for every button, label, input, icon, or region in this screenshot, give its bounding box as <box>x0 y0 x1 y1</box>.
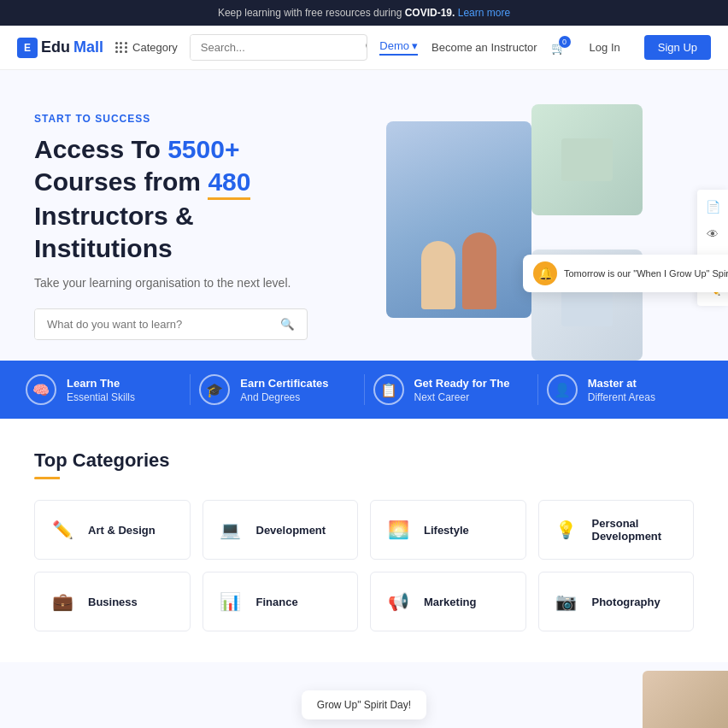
hero-number1: 5500+ <box>167 135 239 163</box>
feature-title-3: Master at <box>588 377 655 390</box>
feature-subtitle-0: Essential Skills <box>67 391 135 403</box>
feature-icon-3: 👤 <box>547 374 578 405</box>
logo-icon: E <box>17 38 38 58</box>
categories-grid: ✏️ Art & Design 💻 Development 🌅 Lifestyl… <box>34 500 694 631</box>
hero-title-p1: Access To <box>34 135 167 163</box>
category-card-6[interactable]: 📢 Marketing <box>370 572 526 631</box>
category-name-2: Lifestyle <box>424 524 469 537</box>
hero-tag: START TO SUCCESS <box>34 113 338 125</box>
feature-text-1: Earn Certificates And Degrees <box>240 377 328 403</box>
category-name-4: Business <box>88 596 138 608</box>
hero-title-p3: Instructors & <box>34 202 194 230</box>
top-banner: Keep learning with free resources during… <box>0 0 728 26</box>
banner-text: Keep learning with free resources during <box>218 7 405 19</box>
category-card-4[interactable]: 💼 Business <box>34 572 191 631</box>
header-search-bar: 🔍 <box>190 34 368 61</box>
feature-bar: 🧠 Learn The Essential Skills 🎓 Earn Cert… <box>0 361 728 419</box>
feature-item-0: 🧠 Learn The Essential Skills <box>26 374 191 405</box>
feature-title-1: Earn Certificates <box>240 377 328 390</box>
header-search-input[interactable] <box>191 35 355 60</box>
category-name-5: Finance <box>256 596 298 608</box>
feature-item-2: 📋 Get Ready for The Next Career <box>373 374 538 405</box>
signup-button[interactable]: Sign Up <box>644 35 711 60</box>
hero-right: 🔔 Tomorrow is our "When I Grow Up" Spiri… <box>338 104 694 361</box>
notification-bubble: 🔔 Tomorrow is our "When I Grow Up" Spiri… <box>523 255 728 292</box>
header: E EduMall Category 🔍 Demo ▾ Become an In… <box>0 26 728 70</box>
hero-search-button[interactable]: 🔍 <box>268 309 307 339</box>
hero-search-input[interactable] <box>35 309 268 339</box>
category-name-3: Personal Development <box>592 517 682 543</box>
category-card-2[interactable]: 🌅 Lifestyle <box>370 500 526 560</box>
section-underline <box>34 477 77 479</box>
nav-items: Demo ▾ Become an Instructor 🛒 0 Log In S… <box>379 35 711 60</box>
categories-section: Top Categories ✏️ Art & Design 💻 Develop… <box>0 419 728 662</box>
hero-title-p2: Courses from <box>34 167 208 196</box>
feature-item-1: 🎓 Earn Certificates And Degrees <box>199 374 364 405</box>
notification-icon: 🔔 <box>533 261 557 285</box>
demo-chevron: ▾ <box>412 39 418 52</box>
category-icon-2: 🌅 <box>383 514 414 545</box>
demo-nav[interactable]: Demo ▾ <box>379 39 418 56</box>
feature-item-3: 👤 Master at Different Areas <box>547 374 702 405</box>
cart-badge: 0 <box>559 36 571 48</box>
category-name-7: Photography <box>592 596 660 608</box>
category-icon-6: 📢 <box>383 586 414 617</box>
hero-top-right-image <box>531 104 643 215</box>
category-card-1[interactable]: 💻 Development <box>203 500 359 560</box>
feature-subtitle-1: And Degrees <box>240 391 300 403</box>
logo-mall: Mall <box>73 38 103 56</box>
category-card-3[interactable]: 💡 Personal Development <box>538 500 695 560</box>
category-label: Category <box>132 41 178 54</box>
hero-main-image <box>386 121 531 318</box>
category-name-1: Development <box>256 524 326 537</box>
category-card-7[interactable]: 📷 Photography <box>538 572 695 631</box>
banner-link[interactable]: Learn more <box>458 7 510 19</box>
feature-title-2: Get Ready for The <box>414 377 510 390</box>
feature-icon-2: 📋 <box>373 374 404 405</box>
category-icon-7: 📷 <box>551 586 582 617</box>
bottom-image <box>643 671 728 728</box>
demo-label: Demo <box>379 39 409 52</box>
category-card-0[interactable]: ✏️ Art & Design <box>34 500 191 560</box>
feature-subtitle-2: Next Career <box>414 391 470 403</box>
category-icon-0: ✏️ <box>47 514 78 545</box>
category-name-0: Art & Design <box>88 524 156 537</box>
banner-highlight: COVID-19. <box>405 7 455 19</box>
sidebar-icon-eye[interactable]: 👁 <box>702 224 723 244</box>
feature-text-2: Get Ready for The Next Career <box>414 377 510 403</box>
feature-text-0: Learn The Essential Skills <box>67 377 135 403</box>
login-button[interactable]: Log In <box>579 36 631 59</box>
category-icon-3: 💡 <box>551 514 582 545</box>
hero-left: START TO SUCCESS Access To 5500+ Courses… <box>34 104 338 361</box>
tooltip-box: Grow Up" Spirit Day! <box>302 690 426 719</box>
category-name-6: Marketing <box>424 596 476 608</box>
hero-images: 🔔 Tomorrow is our "When I Grow Up" Spiri… <box>386 104 643 361</box>
hero-search-bar: 🔍 <box>34 308 308 340</box>
instructor-nav[interactable]: Become an Instructor <box>432 41 537 54</box>
grid-icon <box>115 42 127 53</box>
tooltip-area: Grow Up" Spirit Day! <box>0 662 728 728</box>
feature-subtitle-3: Different Areas <box>588 391 655 403</box>
feature-text-3: Master at Different Areas <box>588 377 655 403</box>
feature-icon-0: 🧠 <box>26 374 56 405</box>
logo-edu: Edu <box>41 38 70 56</box>
feature-title-0: Learn The <box>67 377 135 390</box>
category-icon-1: 💻 <box>215 514 246 545</box>
category-icon-4: 💼 <box>47 586 78 617</box>
category-icon-5: 📊 <box>215 586 246 617</box>
category-card-5[interactable]: 📊 Finance <box>203 572 359 631</box>
section-title: Top Categories <box>34 449 694 472</box>
category-button[interactable]: Category <box>115 41 178 54</box>
logo[interactable]: E EduMall <box>17 38 103 58</box>
feature-icon-1: 🎓 <box>199 374 230 405</box>
hero-subtitle: Take your learning organisation to the n… <box>34 276 338 290</box>
tooltip-text: Grow Up" Spirit Day! <box>317 699 411 711</box>
sidebar-icon-doc[interactable]: 📄 <box>702 197 723 217</box>
hero-title-p4: Institutions <box>34 234 173 262</box>
cart-button[interactable]: 🛒 0 <box>551 41 566 55</box>
header-search-button[interactable]: 🔍 <box>355 35 368 60</box>
hero-section: START TO SUCCESS Access To 5500+ Courses… <box>0 70 728 361</box>
notification-text: Tomorrow is our "When I Grow Up" Spirit … <box>564 268 728 279</box>
hero-number2: 480 <box>208 166 250 201</box>
hero-title: Access To 5500+ Courses from 480 Instruc… <box>34 133 338 264</box>
